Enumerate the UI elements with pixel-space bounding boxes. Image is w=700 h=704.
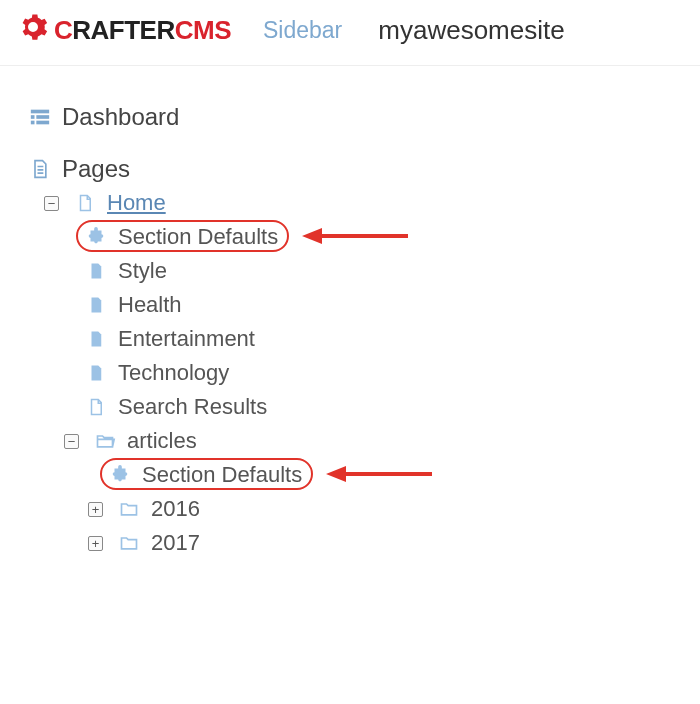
tree-articles[interactable]: − articles	[28, 424, 690, 458]
dashboard-icon	[28, 106, 52, 128]
nav-pages-label: Pages	[62, 155, 130, 183]
page-outline-icon	[73, 192, 97, 214]
page-outline-icon	[84, 396, 108, 418]
collapse-icon[interactable]: −	[64, 434, 79, 449]
tree-technology-label: Technology	[118, 360, 229, 386]
tree-home[interactable]: − Home	[28, 186, 690, 220]
folder-icon	[117, 533, 141, 553]
sidebar-link[interactable]: Sidebar	[263, 17, 342, 44]
tree-style[interactable]: Style	[28, 254, 690, 288]
svg-rect-3	[31, 121, 35, 125]
tree-entertainment-label: Entertainment	[118, 326, 255, 352]
puzzle-icon	[84, 226, 108, 248]
svg-rect-4	[36, 121, 49, 125]
nav-dashboard-label: Dashboard	[62, 103, 179, 131]
tree-articles-label: articles	[127, 428, 197, 454]
tree-section-defaults-2[interactable]: Section Defaults	[28, 458, 690, 492]
logo-text-cms: CMS	[175, 15, 231, 46]
tree-search-results[interactable]: Search Results	[28, 390, 690, 424]
page-solid-icon	[84, 294, 108, 316]
svg-rect-2	[36, 115, 49, 119]
tree-2017[interactable]: + 2017	[28, 526, 690, 560]
folder-icon	[117, 499, 141, 519]
tree-2016-label: 2016	[151, 496, 200, 522]
nav-pages[interactable]: Pages	[28, 152, 690, 186]
nav-dashboard[interactable]: Dashboard	[28, 100, 690, 134]
svg-rect-1	[31, 115, 35, 119]
collapse-icon[interactable]: −	[44, 196, 59, 211]
tree-section-defaults-1-label: Section Defaults	[118, 224, 278, 250]
tree-technology[interactable]: Technology	[28, 356, 690, 390]
arrow-icon	[324, 462, 434, 490]
tree-section-defaults-2-label: Section Defaults	[142, 462, 302, 488]
folder-open-icon	[93, 431, 117, 451]
puzzle-icon	[108, 464, 132, 486]
tree-home-label: Home	[107, 190, 166, 216]
tree-entertainment[interactable]: Entertainment	[28, 322, 690, 356]
arrow-icon	[300, 224, 410, 252]
svg-marker-8	[326, 466, 346, 482]
tree-2016[interactable]: + 2016	[28, 492, 690, 526]
page-solid-icon	[84, 260, 108, 282]
page-solid-icon	[84, 328, 108, 350]
gear-icon	[18, 12, 48, 49]
logo-text-mid: RAFTER	[72, 15, 174, 46]
svg-rect-0	[31, 110, 49, 114]
expand-icon[interactable]: +	[88, 502, 103, 517]
tree-style-label: Style	[118, 258, 167, 284]
tree-health-label: Health	[118, 292, 182, 318]
tree-section-defaults-1[interactable]: Section Defaults	[28, 220, 690, 254]
expand-icon[interactable]: +	[88, 536, 103, 551]
site-name[interactable]: myawesomesite	[378, 15, 564, 46]
logo: CRAFTERCMS	[18, 12, 231, 49]
tree-health[interactable]: Health	[28, 288, 690, 322]
app-header: CRAFTERCMS Sidebar myawesomesite	[0, 0, 700, 66]
tree-2017-label: 2017	[151, 530, 200, 556]
page-icon	[28, 158, 52, 180]
sidebar-tree: Dashboard Pages − Home Section Defaults …	[0, 66, 700, 570]
logo-text-c: C	[54, 15, 72, 46]
tree-search-results-label: Search Results	[118, 394, 267, 420]
svg-marker-6	[302, 228, 322, 244]
page-solid-icon	[84, 362, 108, 384]
